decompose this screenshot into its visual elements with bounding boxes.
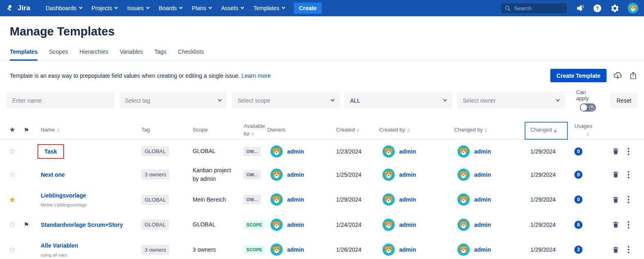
- scope-filter-select[interactable]: Select scope: [232, 92, 340, 109]
- sort-icon[interactable]: [407, 128, 410, 132]
- changed-by-link[interactable]: admin: [474, 171, 491, 178]
- name-filter-input[interactable]: [7, 92, 114, 109]
- can-apply-toggle[interactable]: ✕: [580, 103, 596, 112]
- available-for-chip[interactable]: OW...: [244, 147, 261, 156]
- owner-avatar[interactable]: [270, 193, 283, 206]
- tag-filter-select[interactable]: Select tag: [119, 92, 227, 109]
- star-column-header-icon[interactable]: ★: [7, 125, 18, 135]
- kebab-menu-icon[interactable]: [626, 245, 631, 255]
- jira-logo[interactable]: Jira: [6, 4, 30, 13]
- kebab-menu-icon[interactable]: [626, 220, 631, 230]
- created-by-link[interactable]: admin: [399, 196, 416, 203]
- changed-by-avatar[interactable]: [457, 244, 470, 256]
- reset-button[interactable]: Reset: [610, 93, 637, 108]
- sort-icon[interactable]: [587, 132, 589, 136]
- star-icon[interactable]: ★: [7, 195, 18, 204]
- template-name-link[interactable]: Next one: [41, 171, 65, 178]
- kebab-menu-icon[interactable]: [626, 147, 631, 156]
- header-created-by[interactable]: Created by: [374, 126, 449, 134]
- delete-trash-icon[interactable]: [612, 171, 620, 178]
- delete-trash-icon[interactable]: [612, 246, 620, 254]
- nav-item-plans[interactable]: Plans: [187, 0, 216, 16]
- nav-item-issues[interactable]: Issues: [122, 0, 154, 16]
- nav-item-dashboards[interactable]: Dashboards: [41, 0, 87, 16]
- sort-icon[interactable]: [252, 132, 254, 136]
- owner-link[interactable]: admin: [287, 148, 304, 155]
- user-avatar[interactable]: [628, 3, 638, 13]
- changed-by-avatar[interactable]: [457, 145, 470, 158]
- changed-by-avatar[interactable]: [457, 169, 470, 181]
- delete-trash-icon[interactable]: [612, 221, 620, 228]
- export-share-icon[interactable]: [629, 71, 637, 80]
- tab-tags[interactable]: Tags: [154, 48, 167, 60]
- flag-column-header-icon[interactable]: ⚑: [18, 126, 36, 135]
- created-by-avatar[interactable]: [382, 219, 395, 231]
- changed-by-avatar[interactable]: [457, 219, 470, 231]
- created-by-link[interactable]: admin: [399, 148, 416, 155]
- created-by-avatar[interactable]: [382, 169, 395, 181]
- created-by-link[interactable]: admin: [399, 171, 416, 178]
- created-by-avatar[interactable]: [382, 244, 395, 256]
- search-input[interactable]: Search: [501, 3, 567, 14]
- sort-icon[interactable]: [357, 128, 359, 132]
- changed-by-link[interactable]: admin: [474, 196, 491, 203]
- import-cloud-download-icon[interactable]: [613, 71, 622, 80]
- owner-avatar[interactable]: [270, 169, 283, 181]
- available-for-chip[interactable]: SCOPE: [244, 220, 265, 229]
- available-for-chip[interactable]: OW...: [244, 170, 261, 179]
- header-created[interactable]: Created: [331, 126, 374, 134]
- header-changed[interactable]: Changed: [525, 126, 569, 134]
- sort-icon-active-desc[interactable]: [554, 128, 556, 132]
- owner-avatar[interactable]: [270, 219, 283, 231]
- created-by-avatar[interactable]: [382, 145, 395, 158]
- changed-by-link[interactable]: admin: [474, 246, 491, 253]
- header-usages[interactable]: Usages: [569, 123, 597, 138]
- owner-link[interactable]: admin: [287, 246, 304, 253]
- changed-by-link[interactable]: admin: [474, 222, 491, 228]
- template-name-link[interactable]: Task: [44, 148, 57, 155]
- sort-icon[interactable]: [57, 128, 59, 132]
- tab-variables[interactable]: Variables: [120, 48, 143, 60]
- star-icon[interactable]: ☆: [7, 245, 18, 255]
- template-name-link[interactable]: Lieblingsvorlage: [41, 192, 86, 199]
- header-name[interactable]: Name: [36, 126, 136, 134]
- nav-item-projects[interactable]: Projects: [87, 0, 123, 16]
- announcements-icon[interactable]: [576, 4, 585, 13]
- tab-templates[interactable]: Templates: [10, 48, 37, 61]
- learn-more-link[interactable]: Learn more: [242, 72, 271, 79]
- template-name-link[interactable]: Standardvorlage Scrum+Story: [41, 222, 123, 228]
- sort-icon[interactable]: [485, 128, 487, 132]
- changed-by-link[interactable]: admin: [474, 148, 491, 155]
- owner-link[interactable]: admin: [287, 196, 304, 203]
- delete-trash-icon[interactable]: [612, 196, 620, 204]
- owner-link[interactable]: admin: [287, 222, 304, 228]
- created-by-link[interactable]: admin: [399, 222, 416, 228]
- owner-avatar[interactable]: [270, 145, 283, 158]
- nav-item-boards[interactable]: Boards: [154, 0, 187, 16]
- create-button[interactable]: Create: [294, 2, 322, 14]
- owner-avatar[interactable]: [270, 244, 283, 256]
- help-icon[interactable]: ?: [593, 4, 602, 13]
- tab-scopes[interactable]: Scopes: [49, 48, 68, 60]
- owner-link[interactable]: admin: [287, 171, 304, 178]
- star-icon[interactable]: ☆: [7, 147, 18, 156]
- settings-gear-icon[interactable]: [610, 4, 620, 13]
- header-available-for[interactable]: Available for: [239, 123, 262, 138]
- created-by-link[interactable]: admin: [399, 246, 416, 253]
- created-by-avatar[interactable]: [382, 193, 395, 206]
- nav-item-assets[interactable]: Assets: [216, 0, 248, 16]
- header-changed-by[interactable]: Changed by: [449, 126, 525, 134]
- tab-checklists[interactable]: Checklists: [178, 48, 204, 60]
- create-template-button[interactable]: Create Template: [550, 69, 607, 82]
- kebab-menu-icon[interactable]: [626, 195, 631, 204]
- star-icon[interactable]: ☆: [7, 220, 18, 229]
- changed-by-avatar[interactable]: [457, 193, 470, 206]
- star-icon[interactable]: ☆: [7, 170, 18, 179]
- tab-hierarchies[interactable]: Hierarchies: [79, 48, 108, 60]
- available-for-chip[interactable]: OW...: [244, 195, 261, 204]
- nav-item-templates[interactable]: Templates: [248, 0, 290, 16]
- delete-trash-icon[interactable]: [612, 147, 620, 155]
- owner-filter-select[interactable]: Select owner: [457, 92, 565, 109]
- available-for-chip[interactable]: SCOPE: [244, 245, 265, 254]
- project-filter-select[interactable]: ALL: [345, 92, 453, 109]
